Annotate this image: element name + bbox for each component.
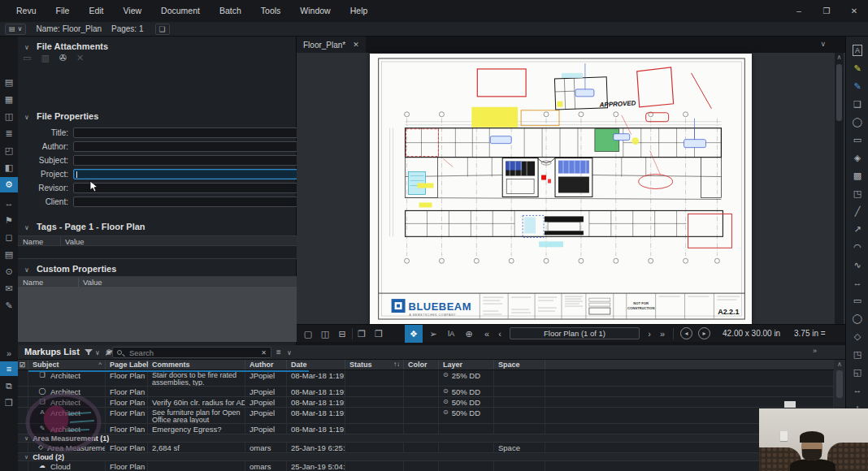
measure-icon[interactable]: ↔ [0, 198, 18, 208]
prev-page-icon[interactable]: ‹ [495, 325, 505, 343]
col-subject[interactable]: Subject^ [28, 360, 106, 369]
tool-chest-icon[interactable]: ◰ [0, 145, 18, 156]
tab-close-icon[interactable]: ✕ [353, 41, 359, 49]
markups-search[interactable]: ✕ [112, 347, 271, 358]
single-page-icon[interactable]: ▢ [302, 325, 315, 343]
markup-row[interactable]: ✎ArchitectFloor PlanEmergency Egress?JPo… [18, 424, 834, 434]
layers-icon[interactable]: ≣ [0, 128, 18, 139]
page-setup-icon[interactable]: ❐ [355, 325, 368, 343]
paperclip-icon[interactable]: ✇ [59, 53, 67, 63]
col-space[interactable]: Space [494, 360, 545, 369]
note-icon[interactable]: ✎ [0, 300, 18, 311]
menu-view[interactable]: View [114, 0, 152, 22]
col-color[interactable]: Color [404, 360, 439, 369]
col-comments[interactable]: Comments [148, 360, 245, 369]
markup-group-header[interactable]: ∨Area Measurement (1) [18, 434, 834, 443]
highlighter-tool-icon[interactable]: ✎ [846, 63, 868, 74]
restore-button[interactable]: ❐ [813, 0, 840, 22]
markups-list-icon[interactable]: ≡ [0, 361, 18, 376]
hide-markups-icon[interactable]: ◉ [106, 348, 112, 356]
search-input[interactable] [129, 348, 251, 357]
filter-icon[interactable] [85, 349, 93, 355]
collapse-panel-icon[interactable]: » [813, 347, 817, 355]
next-page-icon[interactable]: › [644, 325, 654, 343]
expand-panel-icon[interactable]: » [0, 348, 18, 358]
shape-icon[interactable]: ◻ [0, 232, 18, 243]
document-tab[interactable]: Floor_Plan* ✕ [297, 37, 366, 53]
scroll-up-icon[interactable]: ∧ [834, 360, 845, 369]
file-tab-icon[interactable]: ▤ [0, 77, 18, 88]
ellipse-tool-icon[interactable]: ◯ [846, 313, 868, 324]
menu-revu[interactable]: Revu [0, 0, 46, 22]
markup-row[interactable]: ❑ArchitectFloor PlanVerify 60in clr. rad… [18, 397, 834, 408]
file-attachments-header[interactable]: ∨ File Attachments [24, 41, 108, 51]
last-page-icon[interactable]: » [658, 325, 667, 343]
checkbox-column-icon[interactable]: ☑ [20, 361, 25, 369]
minimize-button[interactable]: – [785, 0, 813, 22]
next-view-icon[interactable]: ▸ [698, 327, 710, 339]
image-tool-icon[interactable]: ▩ [846, 171, 868, 181]
stamp-tool-icon[interactable]: ◈ [846, 153, 868, 163]
snapshot-tool-icon[interactable]: ◳ [846, 349, 868, 360]
open-attachment-icon[interactable]: ▭ [23, 53, 31, 63]
text-box-tool-icon[interactable]: A [853, 45, 862, 56]
menu-help[interactable]: Help [341, 0, 378, 22]
scroll-up-icon[interactable]: ∧ [835, 53, 844, 63]
arrow-tool-icon[interactable]: ↗ [846, 224, 868, 235]
col-layer[interactable]: Layer [439, 360, 494, 369]
tab-list-chevron-icon[interactable]: ∨ [820, 40, 826, 48]
previous-view-icon[interactable]: ◂ [680, 327, 692, 339]
properties-icon[interactable]: ⚙ [0, 177, 18, 192]
scrollbar-thumb[interactable] [836, 370, 843, 398]
document-canvas[interactable]: APPROVED [297, 53, 845, 324]
split-view-icon[interactable]: ◧ [0, 162, 18, 173]
thumbnails-icon[interactable]: ▦ [0, 94, 18, 105]
markup-row[interactable]: ◯ArchitectFloor PlanJPopiel08-Mar-18 1:1… [18, 387, 834, 397]
sort-icon[interactable]: ↑↓ [393, 361, 400, 368]
export-icon[interactable]: ❒ [0, 398, 18, 408]
ellipse-annot-tool-icon[interactable]: ◯ [846, 117, 868, 127]
studio-icon[interactable]: ▤ [0, 249, 18, 260]
tags-header[interactable]: ∨ Tags - Page 1 - Floor Plan [24, 222, 145, 231]
custom-properties-header[interactable]: ∨ Custom Properties [24, 264, 116, 274]
menu-batch[interactable]: Batch [210, 0, 251, 22]
menu-window[interactable]: Window [290, 0, 340, 22]
rectangle-tool-icon[interactable]: ▭ [846, 296, 868, 306]
pan-tool-button[interactable]: ❖ [405, 325, 423, 343]
select-tool-icon[interactable]: ➢ [427, 325, 440, 343]
markup-row[interactable]: ❑ArchitectFloor PlanStair doors to be fi… [18, 370, 834, 387]
polygon-tool-icon[interactable]: ◇ [846, 331, 868, 342]
polyline-tool-icon[interactable]: ∿ [846, 260, 868, 270]
col-date[interactable]: Date [287, 360, 345, 369]
chat-icon[interactable]: ✉ [0, 283, 18, 294]
sets-icon[interactable]: ⧉ [0, 381, 18, 391]
author-field[interactable] [73, 141, 310, 152]
file-menu-button[interactable]: ▤ ∨ [5, 24, 26, 35]
thumbnails-toggle-icon[interactable]: ❒ [372, 325, 385, 343]
page-indicator[interactable]: Floor Plan (1 of 1) [510, 327, 640, 339]
col-author[interactable]: Author [245, 360, 287, 369]
title-field[interactable] [73, 127, 310, 138]
tags-table-body[interactable] [18, 246, 297, 259]
custom-props-table-body[interactable] [18, 287, 297, 342]
save-attachment-icon[interactable]: ▥ [41, 53, 49, 63]
col-page-label[interactable]: Page Label [106, 360, 148, 369]
chevron-down-icon[interactable]: ∨ [287, 349, 292, 356]
search-icon[interactable]: ⊙ [0, 266, 18, 277]
revisor-field[interactable] [73, 183, 310, 193]
floorplan-sheet[interactable]: APPROVED [370, 54, 752, 324]
dimension-tool-icon[interactable]: ↔ [846, 278, 868, 287]
markup-row[interactable]: ◇Area MeasurementFloor Plan2,684 sfomars… [18, 443, 834, 453]
bookmarks-icon[interactable]: ◫ [0, 111, 18, 122]
arc-tool-icon[interactable]: ◠ [846, 242, 868, 253]
crop-tool-icon[interactable]: ◳ [846, 188, 868, 199]
new-page-button[interactable]: ❏ [155, 24, 170, 35]
subject-field[interactable] [73, 155, 310, 166]
clear-search-icon[interactable]: ✕ [261, 349, 267, 356]
client-field[interactable] [73, 197, 310, 207]
menu-file[interactable]: File [46, 0, 80, 22]
columns-menu-icon[interactable]: ≡ [276, 348, 281, 356]
callout-tool-icon[interactable]: ❑ [846, 99, 868, 110]
menu-edit[interactable]: Edit [79, 0, 113, 22]
note-callout-tool-icon[interactable]: ▭ [846, 135, 868, 145]
